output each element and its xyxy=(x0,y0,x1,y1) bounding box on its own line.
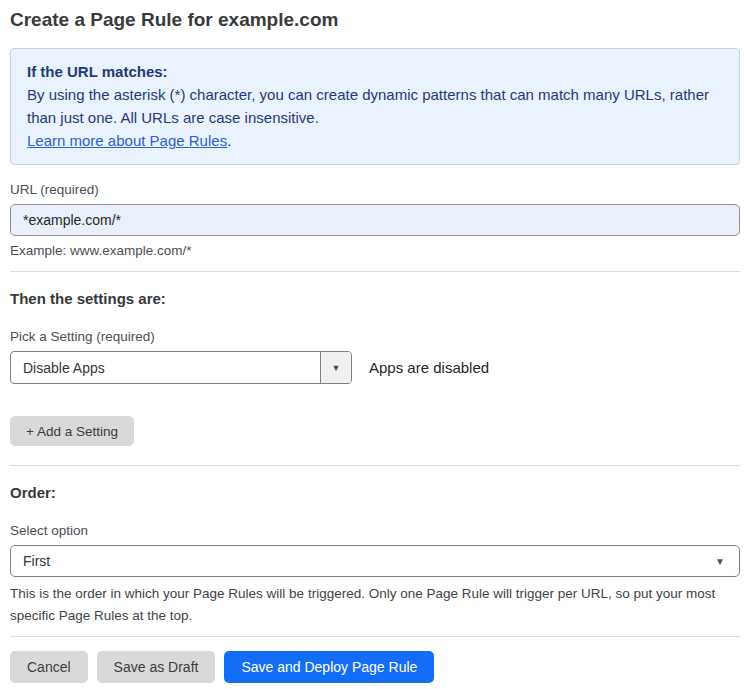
url-input[interactable] xyxy=(10,204,740,236)
form-actions: Cancel Save as Draft Save and Deploy Pag… xyxy=(10,651,740,683)
order-help-text: This is the order in which your Page Rul… xyxy=(10,583,740,627)
add-setting-button[interactable]: + Add a Setting xyxy=(10,416,134,446)
setting-status-text: Apps are disabled xyxy=(369,359,489,376)
divider xyxy=(10,636,740,637)
order-select[interactable]: First ▼ xyxy=(10,545,740,577)
url-field-block: URL (required) Example: www.example.com/… xyxy=(10,182,740,258)
order-select-value: First xyxy=(23,553,50,569)
save-draft-button[interactable]: Save as Draft xyxy=(97,651,216,683)
url-example-text: Example: www.example.com/* xyxy=(10,243,740,258)
info-box-body: By using the asterisk (*) character, you… xyxy=(27,83,723,129)
setting-select[interactable]: Disable Apps ▼ xyxy=(10,351,352,384)
divider xyxy=(10,271,740,272)
info-box-heading: If the URL matches: xyxy=(27,60,723,83)
save-deploy-button[interactable]: Save and Deploy Page Rule xyxy=(224,651,434,683)
dropdown-arrow-icon[interactable]: ▼ xyxy=(320,352,351,383)
setting-row: Disable Apps ▼ Apps are disabled xyxy=(10,351,740,384)
settings-section-heading: Then the settings are: xyxy=(10,290,740,307)
caret-down-icon: ▼ xyxy=(715,556,725,567)
divider xyxy=(10,465,740,466)
link-suffix: . xyxy=(227,132,231,149)
url-match-info-box: If the URL matches: By using the asteris… xyxy=(10,48,740,165)
setting-select-value: Disable Apps xyxy=(11,352,320,383)
pick-setting-label: Pick a Setting (required) xyxy=(10,329,740,344)
cancel-button[interactable]: Cancel xyxy=(10,651,88,683)
order-section-heading: Order: xyxy=(10,484,740,501)
page-title: Create a Page Rule for example.com xyxy=(10,0,740,31)
learn-more-link[interactable]: Learn more about Page Rules xyxy=(27,132,227,149)
url-label: URL (required) xyxy=(10,182,740,197)
info-box-link-line: Learn more about Page Rules. xyxy=(27,129,723,152)
select-option-label: Select option xyxy=(10,523,740,538)
page-rule-form: Create a Page Rule for example.com If th… xyxy=(0,0,750,683)
